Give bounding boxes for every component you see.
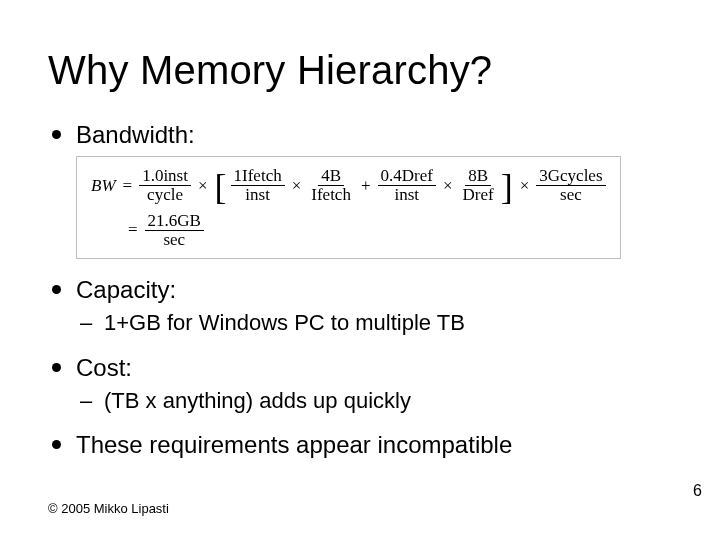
bullet-list: Bandwidth: BW = 1.0inst cycle × [ 1Ifetc…	[48, 120, 672, 460]
bullet-cost: Cost: (TB x anything) adds up quickly	[48, 353, 672, 415]
bullet-cost-sub: (TB x anything) adds up quickly	[76, 387, 672, 415]
slide-title: Why Memory Hierarchy?	[48, 48, 672, 92]
frac-den: sec	[160, 231, 188, 249]
times-icon: ×	[289, 175, 305, 196]
frac-den: inst	[391, 186, 422, 204]
bandwidth-formula: BW = 1.0inst cycle × [ 1Ifetch inst × 4B	[76, 156, 621, 259]
bullet-cost-label: Cost:	[76, 354, 132, 381]
frac-num: 4B	[318, 167, 344, 186]
frac-num: 1.0inst	[139, 167, 191, 186]
frac-den: cycle	[144, 186, 186, 204]
bullet-bandwidth-label: Bandwidth:	[76, 121, 195, 148]
bullet-incompatible-label: These requirements appear incompatible	[76, 431, 512, 458]
bullet-cost-sublist: (TB x anything) adds up quickly	[76, 387, 672, 415]
frac-cycles-per-sec: 3Gcycles sec	[536, 167, 605, 204]
bullet-capacity-label: Capacity:	[76, 276, 176, 303]
bullet-bandwidth: Bandwidth: BW = 1.0inst cycle × [ 1Ifetc…	[48, 120, 672, 259]
frac-b-per-dref: 8B Dref	[460, 167, 497, 204]
frac-num: 8B	[465, 167, 491, 186]
frac-den: Dref	[460, 186, 497, 204]
frac-den: inst	[242, 186, 273, 204]
times-icon: ×	[440, 175, 456, 196]
bullet-incompatible: These requirements appear incompatible	[48, 430, 672, 460]
equals-sign: =	[120, 175, 136, 196]
times-icon: ×	[517, 175, 533, 196]
frac-den: sec	[557, 186, 585, 204]
frac-num: 21.6GB	[145, 212, 204, 231]
plus-icon: +	[358, 175, 374, 196]
frac-dref-per-inst: 0.4Dref inst	[378, 167, 436, 204]
frac-b-per-ifetch: 4B Ifetch	[308, 167, 354, 204]
frac-num: 0.4Dref	[378, 167, 436, 186]
bullet-capacity-sub: 1+GB for Windows PC to multiple TB	[76, 309, 672, 337]
page-number: 6	[693, 482, 702, 500]
frac-num: 1Ifetch	[231, 167, 285, 186]
formula-line-2: = 21.6GB sec	[91, 212, 606, 249]
equals-sign: =	[125, 219, 141, 240]
bullet-capacity: Capacity: 1+GB for Windows PC to multipl…	[48, 275, 672, 337]
frac-inst-per-cycle: 1.0inst cycle	[139, 167, 191, 204]
formula-lhs: BW	[91, 175, 116, 196]
bullet-capacity-sublist: 1+GB for Windows PC to multiple TB	[76, 309, 672, 337]
frac-den: Ifetch	[308, 186, 354, 204]
slide: Why Memory Hierarchy? Bandwidth: BW = 1.…	[0, 0, 720, 540]
copyright-footer: © 2005 Mikko Lipasti	[48, 501, 169, 516]
frac-result: 21.6GB sec	[145, 212, 204, 249]
frac-ifetch-per-inst: 1Ifetch inst	[231, 167, 285, 204]
times-icon: ×	[195, 175, 211, 196]
formula-line-1: BW = 1.0inst cycle × [ 1Ifetch inst × 4B	[91, 167, 606, 204]
frac-num: 3Gcycles	[536, 167, 605, 186]
